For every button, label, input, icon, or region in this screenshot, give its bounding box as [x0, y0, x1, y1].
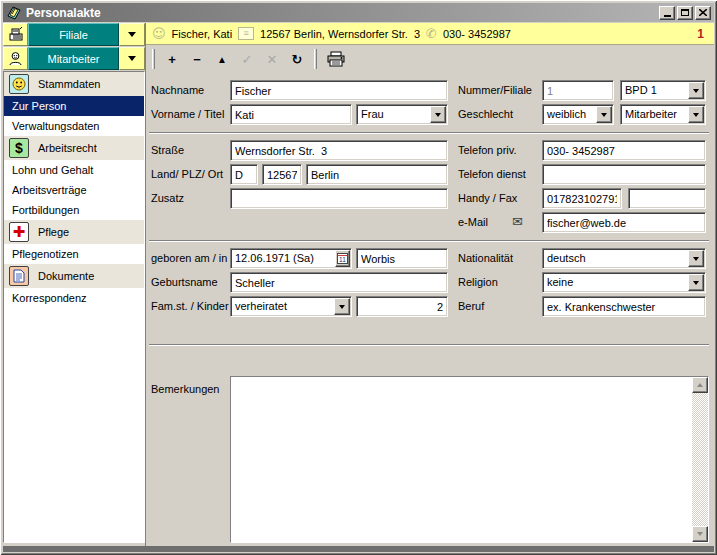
scroll-up-button[interactable] — [692, 377, 708, 393]
toolbar-grip[interactable] — [152, 49, 155, 69]
address-card-icon: ≡ — [238, 27, 254, 40]
dropdown-button[interactable] — [688, 106, 704, 123]
scroll-down-button[interactable] — [692, 526, 708, 542]
land-input[interactable] — [230, 164, 258, 185]
mitarbeiter-button[interactable]: Mitarbeiter — [28, 47, 119, 70]
label-telefon-dienst: Telefon dienst — [458, 168, 526, 180]
geburtsname-input[interactable] — [230, 272, 448, 293]
titel-select[interactable]: Frau — [356, 104, 448, 125]
ort-input[interactable] — [306, 164, 448, 185]
app-icon — [6, 5, 22, 21]
sidebar-item-korrespondenz[interactable]: Korrespondenz — [4, 288, 144, 308]
chevron-down-icon — [601, 113, 607, 117]
dropdown-button[interactable] — [596, 106, 612, 123]
filiale-selector-row: Filiale — [3, 23, 145, 46]
post-button[interactable]: ✓ — [236, 48, 258, 70]
handy-input[interactable] — [542, 188, 622, 209]
envelope-icon[interactable]: ✉ — [512, 214, 523, 229]
email-input[interactable] — [542, 212, 706, 233]
cancel-button[interactable]: ✕ — [261, 48, 283, 70]
label-geboren: geboren am / in — [151, 252, 227, 264]
form-panel: Nachname Nummer/Filiale BPD 1 Vorname / … — [146, 73, 714, 546]
section-divider — [149, 132, 709, 134]
strasse-input[interactable] — [230, 140, 448, 161]
label-strasse: Straße — [151, 144, 184, 156]
chevron-down-icon — [128, 56, 136, 61]
document-icon — [9, 266, 29, 286]
rolle-select[interactable]: Mitarbeiter — [620, 104, 706, 125]
label-geburtsname: Geburtsname — [151, 276, 218, 288]
label-handy-fax: Handy / Fax — [458, 192, 517, 204]
edit-button[interactable]: ▲ — [211, 48, 233, 70]
filiale-select[interactable]: BPD 1 — [620, 80, 706, 101]
dropdown-button[interactable] — [688, 250, 704, 267]
maximize-button[interactable] — [677, 6, 693, 20]
bemerkungen-field — [230, 376, 709, 543]
chevron-down-icon — [435, 113, 441, 117]
filiale-dropdown-button[interactable] — [119, 23, 145, 46]
sidebar-item-fortbildungen[interactable]: Fortbildungen — [4, 200, 144, 220]
geboren-in-input[interactable] — [356, 248, 448, 269]
sidebar-item-arbeitsvertraege[interactable]: Arbeitsverträge — [4, 180, 144, 200]
sidebar-header-pflege[interactable]: ✚ Pflege — [4, 220, 144, 244]
telefon-dienst-input[interactable] — [542, 164, 706, 185]
dropdown-button[interactable] — [688, 274, 704, 291]
beruf-input[interactable] — [542, 296, 706, 317]
fax-input[interactable] — [628, 188, 706, 209]
main-panel: ☺ Fischer, Kati ≡ 12567 Berlin, Wernsdor… — [145, 23, 714, 546]
delete-button[interactable]: − — [186, 48, 208, 70]
smiley-icon — [9, 74, 29, 94]
chevron-down-icon — [693, 257, 699, 261]
smiley-icon: ☺ — [152, 27, 166, 40]
label-beruf: Beruf — [458, 300, 484, 312]
calendar-button[interactable]: 11 — [335, 250, 350, 267]
sidebar-header-arbeitsrecht[interactable]: $ Arbeitsrecht — [4, 136, 144, 160]
title-bar[interactable]: Personalakte — [3, 3, 714, 22]
sidebar-header-stammdaten[interactable]: Stammdaten — [4, 72, 144, 96]
chevron-down-icon — [693, 89, 699, 93]
nationalitaet-select[interactable]: deutsch — [542, 248, 706, 269]
toolbar-grip[interactable] — [314, 49, 317, 69]
zusatz-input[interactable] — [230, 188, 448, 209]
scrollbar[interactable] — [692, 377, 708, 542]
infobar-name: Fischer, Kati — [172, 28, 233, 40]
x-icon: ✕ — [267, 52, 278, 67]
dropdown-button[interactable] — [688, 82, 704, 99]
familienstand-select[interactable]: verheiratet — [230, 296, 352, 317]
sidebar-item-pflegenotizen[interactable]: Pflegenotizen — [4, 244, 144, 264]
section-divider — [149, 240, 709, 242]
close-button[interactable] — [695, 6, 711, 20]
telefon-priv-input[interactable] — [542, 140, 706, 161]
dropdown-button[interactable] — [430, 106, 446, 123]
refresh-button[interactable]: ↻ — [286, 48, 308, 70]
religion-select[interactable]: keine — [542, 272, 706, 293]
nummer-input[interactable] — [542, 80, 614, 101]
mitarbeiter-button-label: Mitarbeiter — [48, 53, 100, 65]
nachname-input[interactable] — [230, 80, 448, 101]
label-land-plz-ort: Land/ PLZ/ Ort — [151, 168, 223, 180]
label-nachname: Nachname — [151, 84, 204, 96]
sidebar-header-dokumente[interactable]: Dokumente — [4, 264, 144, 288]
filiale-button[interactable]: Filiale — [28, 23, 119, 46]
kinder-input[interactable] — [356, 296, 448, 317]
minimize-button[interactable] — [659, 6, 675, 20]
geboren-am-field[interactable]: 12.06.1971 (Sa) 11 — [230, 248, 352, 269]
maximize-icon — [681, 9, 689, 16]
label-geschlecht: Geschlecht — [458, 108, 513, 120]
plz-input[interactable] — [262, 164, 302, 185]
insert-button[interactable]: + — [161, 48, 183, 70]
sidebar-item-zur-person[interactable]: Zur Person — [4, 96, 144, 116]
printer-icon — [326, 51, 346, 67]
dollar-icon: $ — [9, 138, 29, 158]
geschlecht-select[interactable]: weiblich — [542, 104, 614, 125]
sidebar-item-lohn-und-gehalt[interactable]: Lohn und Gehalt — [4, 160, 144, 180]
mitarbeiter-dropdown-button[interactable] — [119, 47, 145, 70]
print-button[interactable] — [323, 48, 349, 70]
label-telefon-priv: Telefon priv. — [458, 144, 517, 156]
dropdown-button[interactable] — [334, 298, 350, 315]
app-window: Personalakte Filiale — [0, 0, 717, 555]
sidebar-item-verwaltungsdaten[interactable]: Verwaltungsdaten — [4, 116, 144, 136]
vorname-input[interactable] — [230, 104, 352, 125]
bemerkungen-textarea[interactable] — [231, 377, 692, 542]
chevron-down-icon — [693, 281, 699, 285]
